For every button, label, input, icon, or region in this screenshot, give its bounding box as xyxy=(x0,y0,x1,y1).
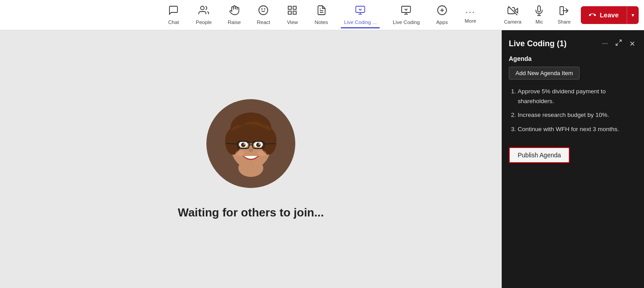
notes-label: Notes xyxy=(314,20,328,25)
toolbar: Chat People Raise xyxy=(0,0,644,30)
toolbar-item-view[interactable]: View xyxy=(278,1,306,28)
panel-header: Live Coding (1) ··· ✕ xyxy=(502,30,644,55)
right-panel: Live Coding (1) ··· ✕ Agenda Add New Age… xyxy=(502,30,644,288)
toolbar-right: Camera Mic Share xyxy=(499,0,644,30)
live-coding-active-label: Live Coding ... xyxy=(344,20,377,25)
react-icon xyxy=(258,5,269,18)
svg-point-35 xyxy=(259,143,260,144)
toolbar-item-more[interactable]: ··· More xyxy=(456,3,485,27)
svg-rect-4 xyxy=(288,6,291,9)
notes-icon xyxy=(316,5,327,18)
toolbar-item-live-coding[interactable]: Live Coding xyxy=(385,1,428,28)
camera-off-icon xyxy=(507,5,518,18)
svg-line-39 xyxy=(226,144,237,144)
panel-close-button[interactable]: ✕ xyxy=(628,38,637,50)
svg-point-0 xyxy=(201,6,204,10)
svg-rect-7 xyxy=(288,11,291,14)
toolbar-item-apps[interactable]: Apps xyxy=(428,1,456,28)
panel-expand-button[interactable] xyxy=(613,37,624,50)
toolbar-item-chat[interactable]: Chat xyxy=(159,1,188,28)
chat-label: Chat xyxy=(168,20,179,25)
mic-label: Mic xyxy=(535,19,543,24)
svg-rect-13 xyxy=(402,6,411,12)
agenda-item-3: Continue with WFH for next 3 months. xyxy=(518,124,637,134)
svg-rect-6 xyxy=(293,11,296,14)
toolbar-item-live-coding-active[interactable]: Live Coding ... xyxy=(336,1,385,28)
main-content: Waiting for others to join... Live Codin… xyxy=(0,30,644,288)
agenda-label: Agenda xyxy=(509,55,637,62)
svg-point-1 xyxy=(259,6,268,15)
agenda-list: Approve 5% dividend payment to sharehold… xyxy=(509,87,637,134)
panel-more-button[interactable]: ··· xyxy=(600,38,610,49)
panel-header-icons: ··· ✕ xyxy=(600,37,637,50)
svg-point-42 xyxy=(235,151,244,156)
live-coding-active-icon xyxy=(355,5,366,18)
more-label: More xyxy=(465,18,476,24)
react-label: React xyxy=(257,20,270,25)
waiting-text: Waiting for others to join... xyxy=(178,206,324,220)
people-icon xyxy=(198,5,209,18)
avatar xyxy=(206,99,295,188)
toolbar-item-notes[interactable]: Notes xyxy=(306,1,336,28)
toolbar-item-share[interactable]: Share xyxy=(552,3,576,27)
toolbar-item-react[interactable]: React xyxy=(249,1,278,28)
live-coding-label: Live Coding xyxy=(393,20,420,25)
svg-line-44 xyxy=(619,40,621,42)
svg-rect-10 xyxy=(356,6,365,12)
svg-point-32 xyxy=(241,143,246,147)
svg-point-33 xyxy=(256,143,261,147)
mic-icon xyxy=(534,5,544,18)
view-icon xyxy=(287,5,298,18)
agenda-item-1: Approve 5% dividend payment to sharehold… xyxy=(518,87,637,106)
svg-rect-5 xyxy=(293,6,296,9)
apps-label: Apps xyxy=(436,20,448,25)
raise-label: Raise xyxy=(228,20,241,25)
more-icon: ··· xyxy=(465,7,475,17)
leave-dropdown-arrow[interactable]: ▾ xyxy=(627,6,639,24)
svg-point-43 xyxy=(258,151,266,156)
phone-icon xyxy=(589,12,596,19)
toolbar-item-raise[interactable]: Raise xyxy=(220,1,249,28)
toolbar-center: Chat People Raise xyxy=(159,1,485,28)
agenda-item-2: Increase research budget by 10%. xyxy=(518,110,637,120)
publish-agenda-button[interactable]: Publish Agenda xyxy=(509,147,570,163)
view-label: View xyxy=(287,20,298,25)
leave-button[interactable]: Leave ▾ xyxy=(581,6,639,24)
toolbar-item-people[interactable]: People xyxy=(188,1,220,28)
people-label: People xyxy=(196,20,212,25)
raise-icon xyxy=(229,5,240,18)
chat-icon xyxy=(168,5,179,18)
panel-body: Agenda Add New Agenda Item Approve 5% di… xyxy=(502,55,644,288)
apps-icon xyxy=(437,5,447,18)
share-label: Share xyxy=(558,19,571,24)
svg-point-34 xyxy=(244,143,245,144)
svg-line-40 xyxy=(264,144,275,144)
svg-line-45 xyxy=(616,43,618,45)
toolbar-item-camera[interactable]: Camera xyxy=(499,3,526,27)
live-coding-icon xyxy=(401,5,411,18)
add-agenda-button[interactable]: Add New Agenda Item xyxy=(509,67,580,80)
toolbar-item-mic[interactable]: Mic xyxy=(527,3,551,27)
svg-point-41 xyxy=(249,148,253,152)
camera-label: Camera xyxy=(504,19,521,24)
leave-label: Leave xyxy=(600,11,619,19)
panel-title: Live Coding (1) xyxy=(509,39,567,48)
video-area: Waiting for others to join... xyxy=(0,30,502,288)
share-icon xyxy=(559,5,569,18)
